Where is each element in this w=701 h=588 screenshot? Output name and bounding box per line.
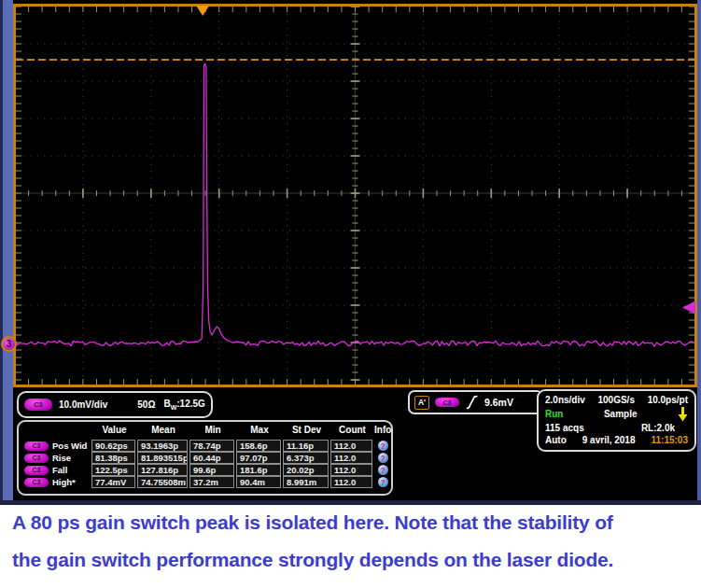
oscilloscope-screen: 3 C3 10.0mV/div 50Ω BW:12.5G A' C3 9.6mV…	[0, 0, 701, 505]
graticule-svg	[13, 4, 697, 387]
input-impedance: 50Ω	[137, 399, 155, 410]
channel-badge[interactable]: C3	[24, 466, 49, 475]
meas-max: 90.4m	[236, 476, 281, 488]
trigger-source-channel-badge[interactable]: C3	[435, 398, 459, 407]
info-icon[interactable]: ?	[378, 465, 388, 475]
measurement-name: Fall	[52, 465, 67, 475]
col-header-value: Value	[91, 425, 137, 435]
measurement-row-high: C3 High* 77.4mV 74.75508m 37.2m 90.4m 8.…	[21, 476, 389, 488]
meas-value: 77.4mV	[91, 476, 135, 488]
acquisition-count: 115 acqs	[545, 423, 584, 434]
channel-settings-readout[interactable]: C3 10.0mV/div 50Ω BW:12.5G	[17, 391, 213, 418]
meas-min: 37.2m	[189, 476, 234, 488]
meas-value: 122.5ps	[91, 464, 135, 476]
col-header-info: Info	[374, 425, 391, 435]
col-header-min: Min	[189, 425, 236, 435]
measurement-row-pos-wid: C3 Pos Wid 90.62ps 93.1963p 78.74p 158.6…	[21, 440, 389, 452]
channel-badge[interactable]: C3	[24, 478, 49, 487]
meas-mean: 81.893515p	[137, 452, 188, 464]
measurement-row-rise: C3 Rise 81.38ps 81.893515p 60.44p 97.07p…	[21, 452, 389, 464]
measurement-header-row: Value Mean Min Max St Dev Count Info	[21, 425, 389, 440]
info-cell[interactable]: ?	[374, 453, 391, 463]
bandwidth-readout: BW:12.5G	[163, 399, 204, 411]
meas-stdev: 11.16p	[283, 440, 329, 452]
meas-value: 90.62ps	[91, 440, 135, 452]
trigger-level: 9.6mV	[484, 397, 513, 408]
channel-badge[interactable]: C3	[24, 441, 49, 451]
caption-line-2: the gain switch performance strongly dep…	[12, 549, 613, 571]
waveform-display[interactable]	[13, 4, 697, 387]
col-header-stdev: St Dev	[283, 425, 330, 435]
meas-stdev: 6.373p	[283, 452, 329, 464]
channel-3-ground-marker[interactable]: 3	[1, 336, 17, 352]
meas-count: 112.0	[330, 440, 372, 452]
left-edge-bar	[0, 0, 13, 505]
measurement-table: Value Mean Min Max St Dev Count Info C3 …	[17, 420, 393, 496]
rising-edge-icon	[465, 394, 479, 411]
meas-min: 99.6p	[189, 464, 234, 476]
meas-count: 112.0	[330, 476, 372, 488]
meas-stdev: 20.02p	[283, 464, 329, 476]
right-edge-bar	[697, 0, 701, 505]
info-cell[interactable]: ?	[374, 441, 391, 451]
run-status: Run	[545, 409, 563, 420]
measurement-name: Pos Wid	[52, 441, 87, 451]
info-cell[interactable]: ?	[374, 465, 391, 475]
trigger-readout[interactable]: A' C3 9.6mV	[408, 390, 543, 414]
acquisition-readout[interactable]: 2.0ns/div 100GS/s 10.0ps/pt Run Sample 1…	[537, 389, 696, 452]
meas-mean: 74.75508m	[137, 476, 188, 488]
figure-caption: A 80 ps gain switch peak is isolated her…	[0, 505, 701, 588]
caption-line-1: A 80 ps gain switch peak is isolated her…	[12, 511, 613, 534]
vertical-scale: 10.0mV/div	[59, 399, 107, 410]
channel-badge[interactable]: C3	[24, 399, 52, 411]
acquisition-mode: Sample	[604, 409, 638, 420]
meas-count: 112.0	[330, 464, 372, 476]
meas-max: 181.6p	[236, 464, 281, 476]
sample-rate: 100GS/s	[597, 395, 634, 406]
channel-badge[interactable]: C3	[24, 454, 49, 463]
col-header-mean: Mean	[137, 425, 189, 435]
trigger-mode: Auto	[545, 435, 567, 446]
meas-min: 60.44p	[189, 452, 234, 464]
measurement-name: Rise	[52, 453, 71, 463]
info-icon[interactable]: ?	[378, 441, 388, 451]
screenshot: 3 C3 10.0mV/div 50Ω BW:12.5G A' C3 9.6mV…	[0, 0, 701, 588]
meas-mean: 127.816p	[137, 464, 188, 476]
trigger-a-badge: A'	[414, 396, 429, 410]
time-label: 11:15:03	[652, 435, 688, 446]
info-icon[interactable]: ?	[378, 477, 388, 487]
meas-value: 81.38ps	[91, 452, 135, 464]
down-arrow-icon	[678, 407, 688, 422]
measurement-name: High*	[52, 477, 76, 487]
date-label: 9 avril, 2018	[582, 435, 636, 446]
meas-count: 112.0	[330, 452, 372, 464]
meas-stdev: 8.991m	[283, 476, 329, 488]
measurement-row-fall: C3 Fall 122.5ps 127.816p 99.6p 181.6p 20…	[21, 464, 389, 476]
timebase: 2.0ns/div	[545, 395, 585, 406]
meas-mean: 93.1963p	[137, 440, 188, 452]
col-header-max: Max	[236, 425, 283, 435]
info-icon[interactable]: ?	[378, 453, 388, 463]
record-length: RL:2.0k	[641, 423, 675, 434]
point-resolution: 10.0ps/pt	[648, 395, 688, 406]
info-cell[interactable]: ?	[374, 477, 391, 487]
meas-max: 97.07p	[236, 452, 281, 464]
meas-max: 158.6p	[236, 440, 281, 452]
meas-min: 78.74p	[189, 440, 234, 452]
col-header-count: Count	[330, 425, 374, 435]
